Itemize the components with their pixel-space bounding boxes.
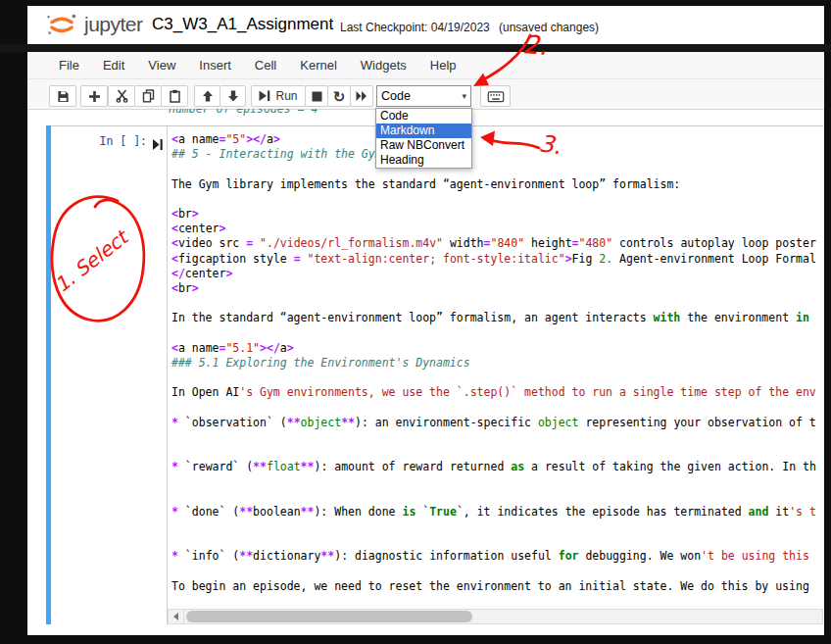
menu-item-widgets[interactable]: Widgets <box>349 52 418 78</box>
refresh-icon: ↻ <box>333 89 346 104</box>
left-triangle-icon <box>173 613 178 620</box>
jupyter-logo-icon <box>45 11 78 38</box>
code-line: </center> <box>171 267 823 281</box>
code-line <box>171 296 823 311</box>
dropdown-option-raw-nbconvert[interactable]: Raw NBConvert <box>376 138 471 153</box>
plus-icon <box>88 90 101 103</box>
code-line: * `observation` (**object**): an environ… <box>171 416 823 430</box>
menu-item-view[interactable]: View <box>136 52 187 78</box>
select-caret-icon: ▾ <box>462 91 466 101</box>
arrow-up-icon <box>202 90 214 102</box>
dropdown-option-heading[interactable]: Heading <box>376 153 471 168</box>
code-line: <a name="5"></a> <box>171 132 823 147</box>
insert-cell-button[interactable] <box>80 85 108 107</box>
run-button[interactable]: Run <box>251 85 306 107</box>
menu-item-file[interactable]: File <box>47 52 91 78</box>
screenshot-frame: jupyter C3_W3_A1_Assignment Last Checkpo… <box>0 0 831 644</box>
scissors-icon <box>116 89 128 103</box>
code-line <box>171 400 823 415</box>
stop-icon <box>312 91 322 102</box>
cell-prompt: In [ ]: <box>51 134 147 149</box>
header: jupyter C3_W3_A1_Assignment Last Checkpo… <box>27 6 824 44</box>
code-line: <video src = "./videos/rl_formalism.m4v"… <box>171 236 823 251</box>
move-cell-down-button[interactable] <box>220 85 246 107</box>
jupyter-logo-text: jupyter <box>84 13 143 36</box>
unsaved-changes-text: (unsaved changes) <box>499 21 599 34</box>
code-line <box>171 445 823 460</box>
menu-item-help[interactable]: Help <box>418 52 468 78</box>
code-line: <figcaption style = "text-align:center; … <box>171 252 823 267</box>
code-line: * `done` (**boolean**): When done is `Tr… <box>171 505 823 520</box>
selected-cell-indicator <box>46 125 51 624</box>
notebook-title[interactable]: C3_W3_A1_Assignment <box>152 15 333 34</box>
fast-forward-icon <box>356 90 367 102</box>
paste-icon <box>169 89 181 103</box>
toolbar: Run ↻ Code ▾ <box>27 79 824 110</box>
code-line <box>171 520 823 534</box>
keyboard-icon <box>487 90 505 103</box>
cell-type-value: Code <box>381 89 411 103</box>
horizontal-scrollbar[interactable] <box>168 609 823 624</box>
code-line: The Gym library implements the standard … <box>171 177 823 192</box>
menu-item-kernel[interactable]: Kernel <box>288 52 349 78</box>
run-button-label: Run <box>275 89 297 103</box>
save-button[interactable] <box>49 85 76 107</box>
move-cell-up-button[interactable] <box>194 85 220 107</box>
code-line <box>171 371 823 385</box>
divider-bar <box>0 44 831 52</box>
clipped-code-line: number of episodes = 4 <box>169 109 561 117</box>
code-line <box>171 325 823 340</box>
code-line: <a name="5.1"></a> <box>171 341 823 356</box>
save-icon <box>57 90 70 103</box>
code-editor[interactable]: <a name="5"></a>## 5 - Interacting with … <box>167 125 823 624</box>
cut-cell-button[interactable] <box>108 85 135 107</box>
restart-kernel-button[interactable]: ↻ <box>327 85 351 107</box>
code-line <box>171 192 823 207</box>
code-line: * `reward` (**float**): amount of reward… <box>171 460 823 474</box>
menu-item-cell[interactable]: Cell <box>243 52 288 78</box>
menu-bar: FileEditViewInsertCellKernelWidgetsHelp <box>27 52 824 79</box>
cell-type-dropdown-list: CodeMarkdownRaw NBConvertHeading <box>375 108 472 169</box>
step-forward-icon <box>259 90 270 102</box>
scrollbar-thumb[interactable] <box>186 611 472 622</box>
code-line <box>171 162 823 176</box>
code-line: <br> <box>171 207 823 222</box>
dropdown-option-markdown[interactable]: Markdown <box>376 124 471 138</box>
scroll-left-arrow[interactable] <box>169 610 184 623</box>
checkpoint-text: Last Checkpoint: 04/19/2023 <box>340 21 490 34</box>
arrow-down-icon <box>227 90 239 102</box>
code-line: <br> <box>171 281 823 296</box>
menu-item-insert[interactable]: Insert <box>187 52 243 78</box>
code-line <box>171 474 823 489</box>
paste-cell-button[interactable] <box>161 85 188 107</box>
code-line: ## 5 - Interacting with the Gym <box>171 147 823 162</box>
restart-run-all-button[interactable] <box>350 85 373 107</box>
menu-item-edit[interactable]: Edit <box>91 52 136 78</box>
copy-cell-button[interactable] <box>134 85 162 107</box>
code-line <box>171 534 823 549</box>
code-line <box>171 430 823 445</box>
dropdown-option-code[interactable]: Code <box>376 109 471 124</box>
cell-type-select[interactable]: Code ▾ <box>376 85 471 107</box>
code-line: To begin an episode, we need to reset th… <box>171 579 823 594</box>
code-line <box>171 564 823 578</box>
code-line: In Open AI's Gym environments, we use th… <box>171 385 823 400</box>
code-line: * `info` (**dictionary**): diagnostic in… <box>171 549 823 564</box>
code-line: <center> <box>171 222 823 236</box>
command-palette-button[interactable] <box>480 85 511 107</box>
cell-marker-icon <box>153 136 163 154</box>
jupyter-logo[interactable]: jupyter <box>45 11 143 38</box>
copy-icon <box>142 89 155 103</box>
code-line <box>171 490 823 505</box>
code-line: ### 5.1 Exploring the Environment's Dyna… <box>171 356 823 371</box>
code-line: In the standard “agent-environment loop”… <box>171 311 823 325</box>
code-lines: <a name="5"></a>## 5 - Interacting with … <box>171 132 823 594</box>
interrupt-kernel-button[interactable] <box>305 85 328 107</box>
